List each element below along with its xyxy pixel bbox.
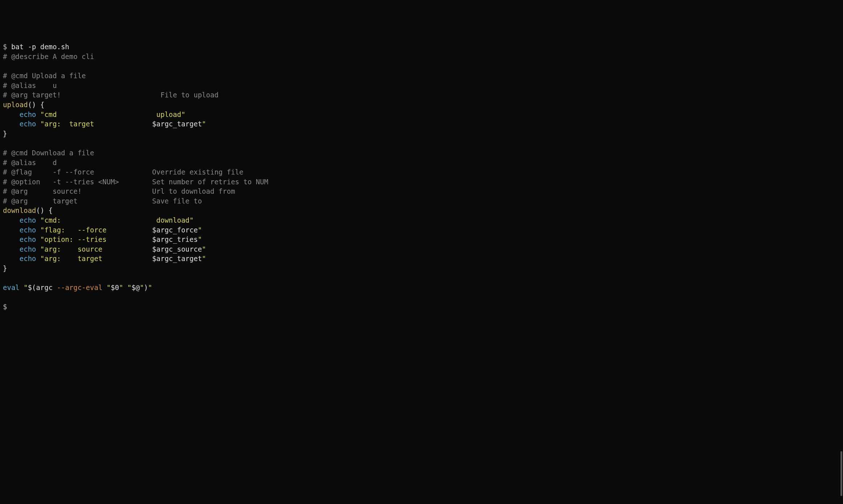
upload-echo-cmd: echo "cmd upload": [3, 110, 840, 119]
command-line-1: $ bat -p demo.sh: [3, 42, 840, 52]
prompt-symbol: $: [3, 43, 11, 51]
download-echo-cmd: echo "cmd: download": [3, 215, 840, 225]
comment-cmd-upload: # @cmd Upload a file: [3, 71, 840, 81]
blank-line-2: [3, 138, 840, 148]
comment-describe: # @describe A demo cli: [3, 52, 840, 62]
download-echo-flag: echo "flag: --force $argc_force": [3, 225, 840, 235]
scrollbar[interactable]: [840, 3, 842, 501]
comment-arg-target-upload: # @arg target! File to upload: [3, 90, 840, 100]
comment-option-tries: # @option -t --tries <NUM> Set number of…: [3, 177, 840, 187]
download-echo-option: echo "option: --tries $argc_tries": [3, 235, 840, 244]
eval-line: eval "$(argc --argc-eval "$0" "$@")": [3, 283, 840, 293]
comment-arg-target-download: # @arg target Save file to: [3, 196, 840, 206]
blank-line-4: [3, 293, 840, 302]
comment-arg-source: # @arg source! Url to download from: [3, 186, 840, 196]
upload-echo-arg: echo "arg: target $argc_target": [3, 119, 840, 129]
blank-line: [3, 62, 840, 71]
upload-function-decl: upload() {: [3, 100, 840, 110]
comment-alias-d: # @alias d: [3, 158, 840, 168]
download-echo-source: echo "arg: source $argc_source": [3, 244, 840, 254]
prompt-symbol-2: $: [3, 303, 7, 311]
upload-close-brace: }: [3, 129, 840, 139]
download-function-decl: download() {: [3, 206, 840, 215]
terminal-output[interactable]: $ bat -p demo.sh# @describe A demo cli #…: [3, 42, 840, 312]
download-close-brace: }: [3, 264, 840, 273]
comment-alias-u: # @alias u: [3, 81, 840, 91]
comment-flag-force: # @flag -f --force Override existing fil…: [3, 167, 840, 177]
command-line-2: $: [3, 302, 840, 312]
comment-cmd-download: # @cmd Download a file: [3, 148, 840, 158]
typed-command: bat -p demo.sh: [11, 43, 69, 51]
download-echo-target: echo "arg: target $argc_target": [3, 254, 840, 264]
blank-line-3: [3, 273, 840, 283]
scrollbar-thumb[interactable]: [840, 451, 842, 496]
